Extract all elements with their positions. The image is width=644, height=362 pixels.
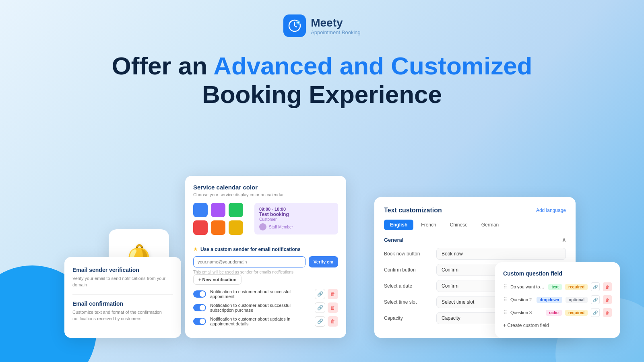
question-edit-btn-1[interactable]: 🔗 [591,282,600,291]
notif-item-3-left: Notification to customer about updates i… [193,317,315,326]
tab-french[interactable]: French [415,220,442,230]
chevron-up-icon: ∧ [562,237,566,243]
star-icon: ★ [193,246,198,252]
notif-label-2: Notification to customer about successfu… [210,303,315,313]
field-label-book-now: Book now button [384,251,436,257]
notif-label-1: Notification to customer about successfu… [210,289,315,299]
logo-text: Meety Appointment Booking [311,16,361,35]
service-calendar-card: Service calendar color Choose your servi… [185,176,346,338]
email-confirmation-title: Email confirmation [72,300,173,307]
divider [72,294,173,295]
notif-label-3: Notification to customer about updates i… [210,317,315,326]
notif-actions-3: 🔗 🗑 [315,316,338,327]
custom-question-title: Custom question field [503,270,612,277]
cards-area: 🔔 Email sender verification Verify your … [0,193,644,362]
toggle-2[interactable] [193,304,206,311]
drag-handle-3[interactable]: ⠿ [503,309,507,316]
field-label-confirm-button: Confirm button [384,267,436,273]
notif-item-2-left: Notification to customer about successfu… [193,303,315,313]
hero-highlight-text: Advanced and Customized [213,52,532,80]
drag-handle-1[interactable]: ⠿ [503,284,507,290]
lang-tabs: English French Chinese German [384,220,566,230]
notif-del-btn-2[interactable]: 🗑 [328,302,338,313]
color-swatch-red[interactable] [193,220,208,235]
notif-link-btn-2[interactable]: 🔗 [315,302,325,313]
hero-title: Offer an Advanced and Customized Booking… [0,51,644,109]
email-confirmation-section: Email confirmation Customize text and fo… [72,300,173,322]
tab-german[interactable]: German [475,220,505,230]
staff-avatar [259,223,266,230]
service-calendar-title: Service calendar color [193,184,338,191]
preview-staff: Staff Member [259,223,333,230]
text-custom-title: Text customization [384,207,442,214]
notif-link-btn-1[interactable]: 🔗 [315,289,325,299]
badge-required-3: required [565,310,588,316]
custom-sender-label: Use a custom sender for email notificati… [200,247,301,252]
add-language-link[interactable]: Add language [536,208,566,213]
question-edit-btn-3[interactable]: 🔗 [591,308,600,317]
hero-line2: Booking Experience [202,80,442,108]
field-input-book-now[interactable] [436,248,566,260]
color-swatch-orange[interactable] [211,220,225,235]
email-hint: This email will be used as sender for em… [193,270,338,274]
tab-chinese[interactable]: Chinese [444,220,474,230]
question-del-btn-1[interactable]: 🗑 [603,282,612,291]
field-label-capacity: Capacity [384,315,436,321]
email-input[interactable] [193,256,305,267]
question-item-1: ⠿ Do you want to build a sno... text req… [503,282,612,291]
color-calendar-row: 09:00 - 10:00 Test booking Customer Staf… [193,203,338,240]
email-input-row: Verify em [193,256,338,267]
preview-customer: Customer [259,217,333,222]
badge-type-1: text [548,284,562,290]
notif-actions-2: 🔗 🗑 [315,302,338,313]
tab-english[interactable]: English [384,220,413,230]
notif-actions-1: 🔗 🗑 [315,289,338,299]
question-name-2: Question 2 [510,297,533,302]
color-swatch-green[interactable] [229,203,243,217]
color-swatch-purple[interactable] [211,203,225,217]
field-label-select-date: Select a date [384,283,436,289]
email-sender-description: Verify your email to send notifications … [72,276,173,288]
notif-del-btn-1[interactable]: 🗑 [328,289,338,299]
staff-name: Staff Member [269,225,293,229]
notif-item-3: Notification to customer about updates i… [193,316,338,327]
color-swatch-yellow[interactable] [229,220,243,235]
general-section-label: General [384,237,403,243]
color-swatch-blue[interactable] [193,203,208,217]
email-sender-card: Email sender verification Verify your em… [64,257,181,338]
text-custom-header: Text customization Add language [384,207,566,214]
field-label-select-slot: Select time slot [384,299,436,305]
question-edit-btn-2[interactable]: 🔗 [591,295,600,304]
field-row-book-now: Book now button [384,248,566,260]
badge-optional-2: optional [566,297,588,303]
logo-subtitle: Appointment Booking [311,29,361,35]
notif-item-2: Notification to customer about successfu… [193,302,338,313]
calendar-preview: 09:00 - 10:00 Test booking Customer Staf… [254,203,338,234]
logo-container: Meety Appointment Booking [283,14,361,37]
question-name-3: Question 3 [510,310,543,315]
question-name-1: Do you want to build a sno... [510,284,545,289]
general-section-header: General ∧ [384,237,566,243]
question-item-2: ⠿ Question 2 dropdown optional 🔗 🗑 [503,295,612,304]
hero-plain-text: Offer an [112,52,214,80]
custom-question-card: Custom question field ⠿ Do you want to b… [495,262,620,338]
drag-handle-2[interactable]: ⠿ [503,296,507,303]
logo-icon [283,14,306,37]
hero-heading: Offer an Advanced and Customized Booking… [0,51,644,109]
preview-time: 09:00 - 10:00 [259,207,333,212]
badge-type-2: dropdown [537,297,562,303]
new-notification-button[interactable]: + New notification [193,274,242,285]
toggle-3[interactable] [193,318,206,325]
notif-del-btn-3[interactable]: 🗑 [328,316,338,327]
color-grid [193,203,243,235]
create-custom-field-button[interactable]: + Create custom field [503,321,612,330]
service-calendar-subtitle: Choose your service display color on cal… [193,192,338,197]
email-confirmation-description: Customize text and format of the confirm… [72,309,173,322]
notif-link-btn-3[interactable]: 🔗 [315,316,325,327]
toggle-1[interactable] [193,290,206,298]
custom-sender-row: ★ Use a custom sender for email notifica… [193,246,338,252]
preview-booking: Test booking [259,212,333,217]
verify-button[interactable]: Verify em [309,256,338,267]
question-del-btn-2[interactable]: 🗑 [603,295,612,304]
question-del-btn-3[interactable]: 🗑 [603,308,612,317]
